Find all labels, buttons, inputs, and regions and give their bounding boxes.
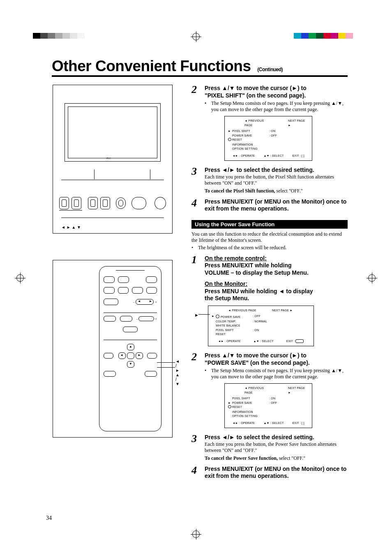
callout-line <box>198 314 210 315</box>
step-lead: Press ▲/▼ to move the cursor (►) to "PIX… <box>205 85 348 99</box>
right-column: 2 Press ▲/▼ to move the cursor (►) to "P… <box>191 85 348 483</box>
remote-arrow-callout: ◄ / ► ▲ / ▼ <box>175 359 180 386</box>
sub-heading: On the remote control: <box>205 255 348 262</box>
ps-step-3: 3 Press ◄/► to select the desired settin… <box>191 434 348 461</box>
bullet: • The Setup Menu consists of two pages. … <box>205 100 348 113</box>
step-lead: Press MENU/EXIT while holding VOLUME – t… <box>205 262 348 276</box>
remote-up-button: ▲ <box>127 344 134 350</box>
remote-button <box>104 353 113 359</box>
registration-bottom <box>0 531 392 539</box>
remote-button <box>132 287 143 294</box>
cursor-indicator-icon: ► <box>194 312 199 319</box>
subsection-bar: Using the Power Save Function <box>191 220 348 229</box>
divider <box>61 180 164 180</box>
monitor-brand-label: JVC <box>106 157 111 160</box>
ps-step-2: 2 Press ▲/▼ to move the cursor (►) to "P… <box>191 352 348 380</box>
step-2: 2 Press ▲/▼ to move the cursor (►) to "P… <box>191 85 348 113</box>
step-lead: Press MENU while holding ◄ to display th… <box>205 288 348 302</box>
remote-right-button: ► <box>136 352 143 359</box>
step-number: 1 <box>191 255 199 302</box>
remote-ir-window <box>116 268 145 271</box>
remote-button <box>146 287 157 294</box>
title-text: Other Convenient Functions <box>52 58 251 74</box>
registration-mark-icon <box>192 531 200 538</box>
step-note: To cancel the Power Save function, selec… <box>205 455 348 461</box>
remote-button <box>145 371 157 377</box>
step-text: Each time you press the button, the Pixe… <box>205 174 348 186</box>
osd-setup-menu: ◄ PREVIOUS PAGE NEXT PAGE ► ►PIXEL SHIFT… <box>224 116 312 161</box>
intro-text: You can use this function to reduce the … <box>191 231 348 243</box>
underline <box>59 210 82 211</box>
ps-step-1: 1 On the remote control: Press MENU/EXIT… <box>191 255 348 302</box>
remote-button <box>120 316 132 322</box>
callout-line <box>157 367 175 368</box>
title-continued: (Continued) <box>257 67 283 72</box>
step-lead: Press ▲/▼ to move the cursor (►) to "POW… <box>205 352 348 366</box>
monitor-screen-inner <box>68 107 157 158</box>
remote-button <box>104 299 118 305</box>
divider <box>61 218 164 218</box>
step-lead: Press ◄/► to select the desired setting. <box>205 167 348 174</box>
step-number: 4 <box>191 466 199 480</box>
registration-mark-icon <box>192 33 200 40</box>
ps-step-4: 4 Press MENU/EXIT (or MENU on the Monito… <box>191 466 348 480</box>
monitor-illustration: JVC ◄ ► ▲ ▼ <box>53 85 173 234</box>
remote-button <box>147 353 157 359</box>
remote-button <box>104 316 116 322</box>
step-lead: Press ◄/► to select the desired setting. <box>205 434 348 441</box>
remote-button <box>104 287 115 294</box>
step-number: 3 <box>191 434 199 461</box>
step-lead: Press MENU/EXIT (or MENU on the Monitor)… <box>205 198 348 213</box>
sub-heading: On the Monitor: <box>205 280 348 288</box>
remote-body: – ◄ ► + <box>99 266 161 431</box>
monitor-button-row <box>59 197 166 209</box>
step-3: 3 Press ◄/► to select the desired settin… <box>191 167 348 194</box>
step-note: To cancel the Pixel Shift function, sele… <box>205 188 348 194</box>
section-title: Other Convenient Functions (Continued) <box>52 58 283 75</box>
registration-mark-icon <box>368 274 376 282</box>
step-number: 3 <box>191 167 199 194</box>
callout-line <box>157 362 175 363</box>
monitor-vol-down-button <box>59 197 69 209</box>
step-number: 2 <box>191 352 199 380</box>
remote-ok-button <box>127 352 134 359</box>
monitor-ch-down-button <box>88 197 98 209</box>
page: Other Convenient Functions (Continued) J… <box>0 0 392 556</box>
registration-top <box>0 33 392 41</box>
step-number: 4 <box>191 198 199 213</box>
remote-button <box>123 327 138 332</box>
grayscale-chips <box>33 33 85 39</box>
bullet: • The Setup Menu consists of two pages. … <box>205 368 348 380</box>
osd-setup-menu: ◄ PREVIOUS PAGE NEXT PAGE ► PIXEL SHIFT:… <box>224 383 312 428</box>
page-number: 34 <box>46 515 52 521</box>
remote-left-button: ◄ <box>118 352 126 359</box>
remote-button <box>104 371 116 377</box>
step-text: Each time you press the button, the Powe… <box>205 441 348 454</box>
remote-button <box>118 287 129 294</box>
remote-button <box>104 276 115 283</box>
step-number: 2 <box>191 85 199 113</box>
osd-setup-menu-main: ► ◄ PREVIOUS PAGE NEXT PAGE ► ►POWER SAV… <box>208 306 314 347</box>
monitor-vol-up-button <box>71 197 81 209</box>
remote-down-button: ▼ <box>127 361 134 368</box>
remote-button <box>118 276 129 283</box>
remote-rocker <box>138 316 154 321</box>
monitor-screen <box>65 103 161 162</box>
step-4: 4 Press MENU/EXIT (or MENU on the Monito… <box>191 198 348 213</box>
step-lead: Press MENU/EXIT (or MENU on the Monitor)… <box>205 466 348 480</box>
color-chips <box>294 33 353 39</box>
monitor-menu-button <box>116 197 126 209</box>
bullet: • The brightness of the screen will be r… <box>191 245 348 251</box>
remote-rocker: ◄ ► <box>136 299 154 305</box>
monitor-ch-up-button <box>100 197 110 209</box>
remote-illustration: – ◄ ► + <box>53 260 173 438</box>
monitor-power-button <box>154 197 166 209</box>
monitor-input-button <box>131 197 146 209</box>
divider <box>104 340 157 340</box>
registration-mark-icon <box>16 274 24 282</box>
divider <box>104 313 157 313</box>
title-rule <box>52 75 348 77</box>
monitor-arrow-labels: ◄ ► ▲ ▼ <box>61 225 92 229</box>
remote-button <box>146 276 157 283</box>
left-column: JVC ◄ ► ▲ ▼ <box>53 85 179 438</box>
